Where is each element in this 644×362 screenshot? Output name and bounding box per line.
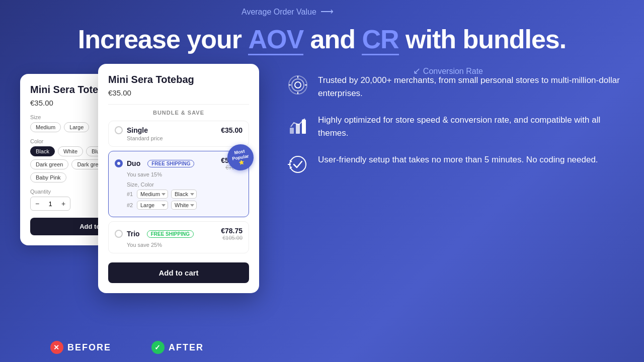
after-card-title: Mini Sera Totebag bbox=[108, 74, 249, 85]
speed-icon bbox=[287, 114, 309, 136]
radio-trio bbox=[115, 230, 123, 238]
color-select-2[interactable]: White Black Blue bbox=[171, 201, 197, 210]
radio-duo bbox=[115, 159, 123, 167]
bundle-orig-price-trio: €105.00 bbox=[221, 235, 243, 241]
feature-item-setup: User-friendly setup that takes no more t… bbox=[287, 153, 624, 175]
item-num-1: #1 bbox=[127, 191, 134, 197]
after-card: Mini Sera Totebag €35.00 BUNDLE & SAVE S… bbox=[98, 64, 259, 293]
qty-increase-button[interactable]: + bbox=[57, 197, 70, 210]
bundle-name-duo: Duo bbox=[127, 159, 140, 167]
after-label: ✓ AFTER bbox=[151, 341, 204, 354]
cards-container: Mini Sera Totebag €35.00 Size Medium Lar… bbox=[20, 64, 272, 305]
bundle-option-trio[interactable]: Trio FREE SHIPPING €78.75 €105.00 You sa… bbox=[108, 221, 249, 253]
bundle-subtitle-duo: You save 15% bbox=[115, 171, 243, 177]
selector-row-1: #1 Medium Large Black White Blue bbox=[115, 190, 243, 199]
bundle-header: BUNDLE & SAVE bbox=[108, 104, 249, 116]
size-select-2[interactable]: Large Medium bbox=[137, 201, 168, 210]
feature-text-setup: User-friendly setup that takes no more t… bbox=[318, 153, 598, 166]
svg-rect-7 bbox=[290, 128, 294, 134]
feature-item-speed: Highly optimized for store speed & conve… bbox=[287, 114, 624, 139]
bundle-subtitle-trio: You save 25% bbox=[115, 242, 243, 248]
svg-point-1 bbox=[292, 79, 304, 91]
size-option-medium[interactable]: Medium bbox=[30, 122, 61, 132]
bottom-labels: ✕ BEFORE ✓ AFTER bbox=[0, 341, 644, 354]
item-num-2: #2 bbox=[127, 202, 134, 208]
qty-row: − 1 + bbox=[30, 197, 70, 211]
color-option-white[interactable]: White bbox=[58, 146, 83, 156]
size-color-label: Size, Color bbox=[115, 182, 243, 188]
after-card-price: €35.00 bbox=[108, 88, 249, 97]
bundle-option-duo[interactable]: Most Popular ⭐ Duo FREE SHIPPING €59.50 bbox=[108, 151, 249, 217]
before-icon: ✕ bbox=[50, 341, 63, 354]
feature-text-merchant: Trusted by 20,000+ merchants, from small… bbox=[318, 74, 624, 100]
main-heading: Increase your AOV and CR with bundles. bbox=[0, 25, 644, 54]
conv-rate-label: ↙ Conversion Rate bbox=[413, 65, 483, 76]
bundle-name-trio: Trio bbox=[127, 230, 140, 238]
bundle-price-single: €35.00 bbox=[221, 126, 243, 134]
header: Average Order Value ⟶ Increase your AOV … bbox=[0, 0, 644, 59]
svg-point-2 bbox=[295, 82, 301, 88]
free-shipping-badge-duo: FREE SHIPPING bbox=[147, 160, 194, 167]
svg-point-11 bbox=[290, 156, 306, 172]
color-option-black[interactable]: Black bbox=[30, 146, 55, 156]
bundle-name-single: Single bbox=[127, 126, 148, 134]
free-shipping-badge-trio: FREE SHIPPING bbox=[147, 230, 194, 238]
content-area: Mini Sera Totebag €35.00 Size Medium Lar… bbox=[0, 59, 644, 305]
after-icon: ✓ bbox=[151, 341, 165, 354]
radio-single bbox=[115, 126, 123, 134]
bundle-option-single[interactable]: Single €35.00 Standard price bbox=[108, 121, 249, 147]
color-select-1[interactable]: Black White Blue bbox=[171, 190, 197, 199]
setup-icon bbox=[287, 153, 309, 175]
qty-value: 1 bbox=[44, 200, 57, 208]
size-select-1[interactable]: Medium Large bbox=[137, 190, 168, 199]
features-area: Trusted by 20,000+ merchants, from small… bbox=[287, 64, 624, 190]
before-label: ✕ BEFORE bbox=[50, 341, 111, 354]
color-option-babypink[interactable]: Baby Pink bbox=[30, 172, 66, 183]
after-add-to-cart-button[interactable]: Add to cart bbox=[108, 262, 249, 283]
merchant-icon bbox=[287, 74, 309, 96]
color-option-darkgreen[interactable]: Dark green bbox=[30, 159, 68, 169]
bundle-price-trio: €78.75 bbox=[221, 227, 243, 235]
qty-decrease-button[interactable]: − bbox=[31, 197, 44, 210]
svg-rect-8 bbox=[296, 124, 300, 134]
feature-text-speed: Highly optimized for store speed & conve… bbox=[318, 114, 624, 139]
size-option-large[interactable]: Large bbox=[64, 122, 89, 132]
feature-item-merchant: Trusted by 20,000+ merchants, from small… bbox=[287, 74, 624, 100]
avg-order-label: Average Order Value ⟶ bbox=[242, 6, 334, 17]
selector-row-2: #2 Large Medium White Black Blue bbox=[115, 201, 243, 210]
bundle-subtitle-single: Standard price bbox=[115, 135, 243, 141]
